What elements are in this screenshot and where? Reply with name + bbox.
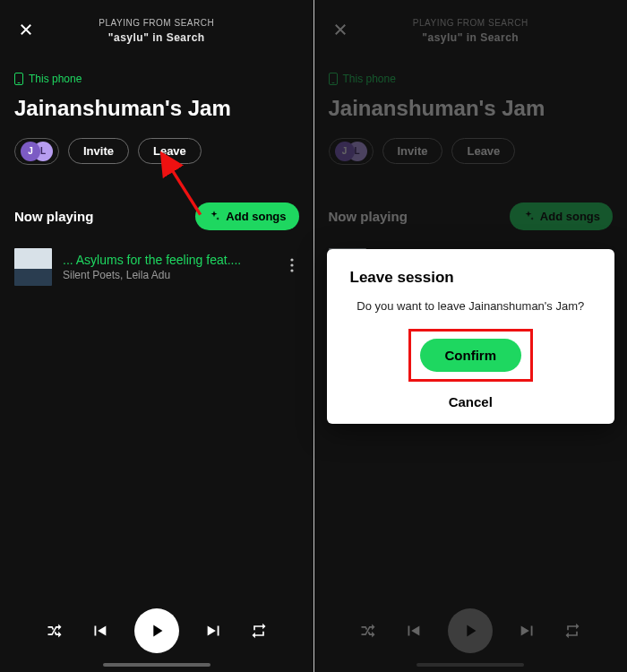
session-actions: J L Invite Leave	[14, 138, 299, 165]
session-title: Jainanshuman's Jam	[14, 96, 299, 122]
album-art	[14, 248, 52, 286]
sparkle-icon	[208, 210, 220, 222]
close-icon[interactable]	[16, 20, 36, 39]
confirm-button[interactable]: Confirm	[420, 339, 522, 372]
participant-avatars[interactable]: J L	[14, 138, 59, 165]
shuffle-icon[interactable]	[45, 622, 64, 640]
annotation-highlight: Confirm	[408, 329, 534, 382]
add-songs-button[interactable]: Add songs	[195, 202, 298, 230]
device-indicator[interactable]: This phone	[14, 73, 299, 85]
more-icon[interactable]	[285, 253, 299, 281]
screenshot-left: PLAYING FROM SEARCH "asylu" in Search Th…	[0, 0, 314, 672]
home-indicator	[103, 663, 210, 667]
track-name: ... Asylums for the feeling feat....	[63, 253, 274, 267]
invite-button[interactable]: Invite	[68, 138, 129, 164]
track-artists: Silent Poets, Leila Adu	[63, 269, 274, 281]
player-controls	[14, 599, 299, 663]
device-label: This phone	[29, 73, 82, 85]
screenshot-right: PLAYING FROM SEARCH "asylu" in Search Th…	[314, 0, 628, 672]
repeat-icon[interactable]	[249, 622, 269, 640]
leave-session-dialog: Leave session Do you want to leave Jaina…	[327, 249, 615, 424]
playing-from-label: PLAYING FROM SEARCH	[14, 16, 299, 30]
phone-icon	[14, 73, 23, 85]
play-button[interactable]	[134, 608, 179, 653]
leave-button[interactable]: Leave	[138, 138, 202, 164]
svg-point-0	[290, 258, 293, 261]
header: PLAYING FROM SEARCH "asylu" in Search	[14, 16, 299, 46]
dialog-body: Do you want to leave Jainanshuman's Jam?	[345, 299, 597, 313]
track-row[interactable]: ... Asylums for the feeling feat.... Sil…	[14, 248, 299, 286]
svg-point-2	[290, 269, 293, 271]
previous-icon[interactable]	[90, 621, 109, 641]
cancel-button[interactable]: Cancel	[449, 394, 493, 409]
avatar: J	[21, 142, 40, 161]
add-songs-label: Add songs	[226, 210, 286, 223]
svg-point-1	[290, 263, 293, 266]
modal-backdrop[interactable]: Leave session Do you want to leave Jaina…	[314, 0, 628, 672]
dialog-title: Leave session	[345, 269, 597, 287]
next-icon[interactable]	[204, 621, 224, 641]
search-context: "asylu" in Search	[14, 30, 299, 46]
now-playing-heading: Now playing	[14, 209, 93, 224]
